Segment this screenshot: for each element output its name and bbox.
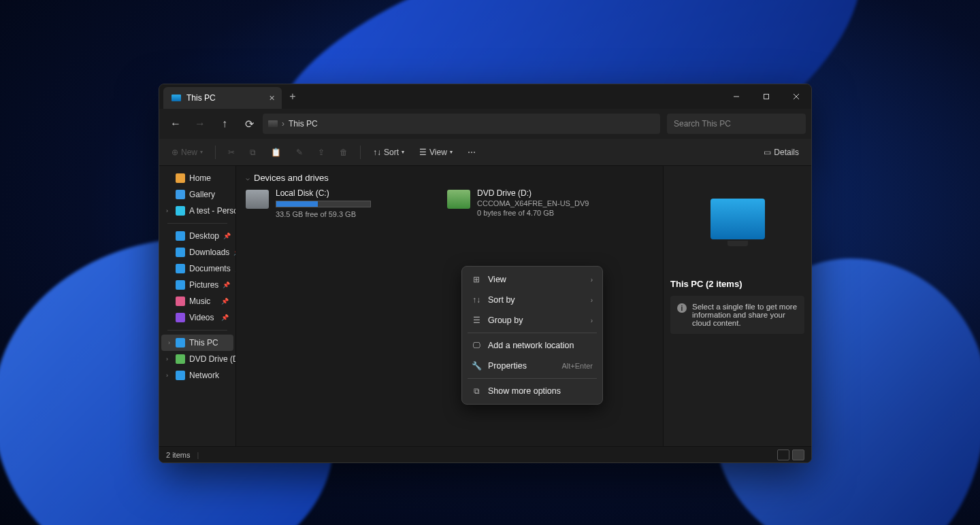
sidebar-item-label: This PC: [189, 338, 218, 348]
share-button[interactable]: ⇪: [312, 142, 330, 163]
address-bar-row: ← → ↑ ⟳ › This PC: [159, 109, 811, 139]
minimize-button[interactable]: [721, 84, 751, 109]
view-details-icon[interactable]: [777, 450, 789, 460]
tab-close-icon[interactable]: ✕: [269, 94, 275, 103]
sidebar: HomeGallery›A test - PersonalDesktop📌Dow…: [159, 166, 236, 446]
chevron-right-icon: ›: [591, 317, 593, 324]
paste-button[interactable]: 📋: [265, 142, 287, 163]
chevron-right-icon: ›: [166, 207, 168, 214]
folder-icon: [176, 338, 185, 348]
sidebar-item-videos[interactable]: Videos📌: [159, 309, 235, 326]
close-button[interactable]: [781, 84, 811, 109]
details-button[interactable]: ▭ Details: [758, 142, 804, 163]
view-label: View: [429, 148, 447, 157]
pc-icon: [172, 95, 181, 101]
cut-button[interactable]: ✂: [223, 142, 240, 163]
menu-item-sort-by[interactable]: ↑↓Sort by›: [465, 290, 600, 310]
maximize-icon: [763, 93, 770, 100]
sidebar-item-documents[interactable]: Documents📌: [159, 260, 235, 277]
chevron-right-icon: ›: [166, 356, 168, 362]
copy-button[interactable]: ⧉: [244, 142, 261, 163]
grid-icon: ⊞: [472, 275, 481, 284]
sidebar-item-home[interactable]: Home: [159, 170, 235, 186]
folder-icon: [176, 354, 185, 364]
group-header[interactable]: ⌵ Devices and drives: [246, 173, 653, 183]
sidebar-item-music[interactable]: Music📌: [159, 293, 235, 309]
sidebar-item-label: Videos: [189, 313, 214, 322]
sidebar-item-label: Downloads: [189, 248, 229, 257]
storage-bar: [276, 201, 371, 207]
details-info-box: i Select a single file to get more infor…: [670, 296, 804, 334]
folder-icon: [176, 231, 185, 241]
drive-free-space: 33.5 GB free of 59.3 GB: [276, 210, 371, 218]
sidebar-item-desktop[interactable]: Desktop📌: [159, 228, 235, 244]
new-tab-button[interactable]: +: [282, 86, 304, 107]
up-button[interactable]: ↑: [214, 113, 235, 135]
chevron-down-icon: ▾: [200, 149, 203, 155]
folder-icon: [176, 371, 185, 380]
sidebar-item-pictures[interactable]: Pictures📌: [159, 277, 235, 293]
search-input[interactable]: [667, 114, 806, 134]
chevron-down-icon: ▾: [402, 149, 404, 155]
context-menu: ⊞View›↑↓Sort by›☰Group by›🖵Add a network…: [461, 266, 603, 405]
sidebar-item-network[interactable]: ›Network: [159, 367, 235, 384]
sidebar-item-downloads[interactable]: Downloads📌: [159, 244, 235, 260]
view-button[interactable]: ☰ View ▾: [414, 142, 458, 163]
drive-item[interactable]: DVD Drive (D:)CCCOMA_X64FRE_EN-US_DV90 b…: [447, 188, 638, 218]
new-label: New: [181, 148, 197, 157]
drive-free-space: 0 bytes free of 4.70 GB: [477, 209, 589, 217]
menu-item-group-by[interactable]: ☰Group by›: [465, 310, 600, 331]
folder-icon: [176, 280, 185, 290]
refresh-button[interactable]: ⟳: [238, 113, 260, 135]
menu-item-label: Sort by: [488, 295, 515, 305]
sidebar-item-dvd-drive-d-ccc[interactable]: ›DVD Drive (D:) CCC: [159, 351, 235, 367]
folder-icon: [176, 313, 185, 322]
titlebar: This PC ✕ +: [159, 84, 811, 109]
breadcrumb[interactable]: › This PC: [263, 114, 660, 134]
more-button[interactable]: ⋯: [462, 142, 481, 163]
sidebar-item-gallery[interactable]: Gallery: [159, 186, 235, 203]
sidebar-item-a-test-personal[interactable]: ›A test - Personal: [159, 203, 235, 219]
maximize-button[interactable]: [751, 84, 781, 109]
share-icon: ⇪: [318, 148, 325, 157]
chevron-right-icon: ›: [591, 297, 593, 304]
tab-this-pc[interactable]: This PC ✕: [163, 87, 282, 109]
chevron-down-icon: ⌵: [246, 174, 250, 182]
breadcrumb-path: This PC: [289, 119, 318, 129]
main-panel[interactable]: ⌵ Devices and drives Local Disk (C:)33.5…: [236, 166, 663, 446]
menu-item-label: View: [488, 275, 506, 284]
rename-button[interactable]: ✎: [291, 142, 308, 163]
copy-icon: ⧉: [250, 148, 256, 157]
close-icon: [793, 93, 800, 100]
menu-item-properties[interactable]: 🔧PropertiesAlt+Enter: [465, 356, 600, 376]
svg-rect-1: [764, 95, 769, 99]
chevron-down-icon: ▾: [450, 149, 453, 155]
menu-item-show-more-options[interactable]: ⧉Show more options: [465, 381, 600, 401]
drive-item[interactable]: Local Disk (C:)33.5 GB free of 59.3 GB: [246, 188, 436, 218]
chevron-right-icon: ›: [166, 372, 168, 379]
new-button[interactable]: ⊕ New ▾: [166, 142, 208, 163]
sort-button[interactable]: ↑↓ Sort ▾: [368, 142, 410, 163]
minimize-icon: [733, 93, 740, 100]
sort-icon: ↑↓: [373, 148, 381, 157]
explorer-window: This PC ✕ + ← → ↑ ⟳ › This PC: [159, 84, 812, 463]
menu-item-view[interactable]: ⊞View›: [465, 269, 600, 290]
view-large-icon[interactable]: [792, 450, 804, 460]
sidebar-item-label: Music: [189, 297, 210, 306]
sidebar-item-label: Desktop: [189, 231, 219, 241]
menu-shortcut: Alt+Enter: [561, 362, 593, 370]
menu-item-add-a-network-location[interactable]: 🖵Add a network location: [465, 335, 600, 356]
sidebar-item-this-pc[interactable]: ›This PC: [161, 335, 233, 351]
forward-button[interactable]: →: [189, 113, 211, 135]
drive-name: Local Disk (C:): [276, 188, 371, 198]
tab-title: This PC: [186, 93, 216, 103]
menu-item-label: Properties: [488, 361, 527, 371]
sidebar-item-label: DVD Drive (D:) CCC: [189, 354, 236, 364]
delete-button[interactable]: 🗑: [334, 142, 353, 163]
details-title: This PC (2 items): [670, 279, 804, 289]
sidebar-item-label: Pictures: [189, 280, 218, 290]
more-icon: ⧉: [472, 386, 481, 396]
cut-icon: ✂: [228, 148, 235, 157]
back-button[interactable]: ←: [165, 113, 186, 135]
hdd-drive-icon: [246, 190, 269, 209]
